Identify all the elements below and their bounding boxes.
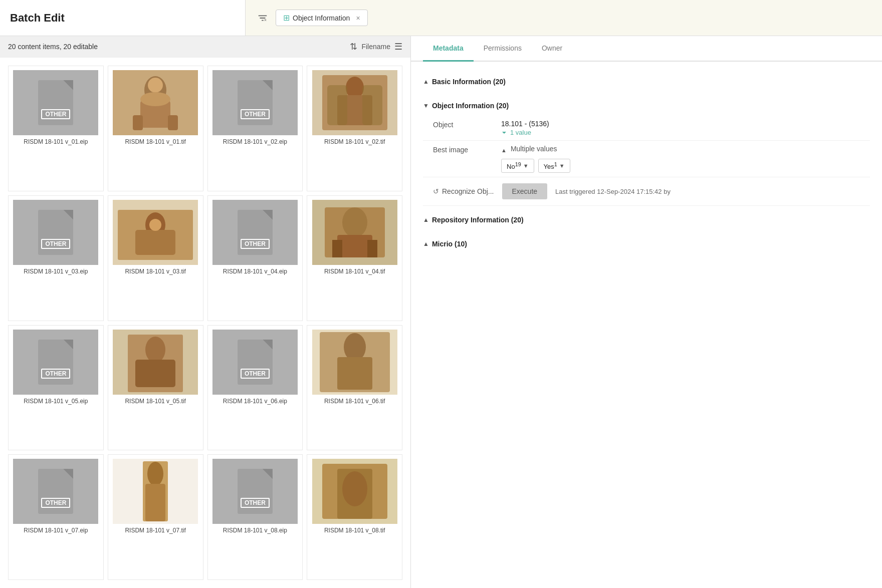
- items-grid: OTHER RISDM 18-101 v_01.eip RISDM 18-101…: [0, 58, 410, 588]
- grid-item[interactable]: OTHER RISDM 18-101 v_05.eip: [8, 325, 104, 451]
- object-info-section-header[interactable]: ▼ Object Information (20): [423, 98, 870, 114]
- grid-item[interactable]: OTHER RISDM 18-101 v_03.eip: [8, 195, 104, 321]
- item-name: RISDM 18-101 v_03.eip: [24, 268, 88, 275]
- list-toolbar: 20 content items, 20 editable ⇅ Filename…: [0, 36, 410, 58]
- grid-item[interactable]: RISDM 18-101 v_04.tif: [307, 195, 402, 321]
- thumbnail-image: [312, 330, 397, 395]
- thumb-wrap: OTHER: [212, 200, 298, 265]
- grid-item[interactable]: OTHER RISDM 18-101 v_06.eip: [207, 325, 303, 451]
- item-name: RISDM 18-101 v_08.eip: [223, 527, 287, 534]
- item-name: RISDM 18-101 v_02.tif: [324, 138, 385, 145]
- other-file-thumb: OTHER: [13, 330, 98, 395]
- thumbnail-image: [113, 200, 198, 265]
- item-name: RISDM 18-101 v_06.tif: [324, 398, 385, 405]
- other-file-thumb: OTHER: [212, 330, 298, 395]
- filter-clear-icon: ×: [257, 13, 268, 24]
- grid-item[interactable]: RISDM 18-101 v_02.tif: [307, 66, 402, 191]
- last-triggered-text: Last triggered 12-Sep-2024 17:15:42 by: [555, 188, 671, 195]
- item-name: RISDM 18-101 v_01.tif: [125, 138, 185, 145]
- item-name: RISDM 18-101 v_08.tif: [324, 527, 385, 534]
- spacer: [423, 92, 870, 98]
- content-row: 20 content items, 20 editable ⇅ Filename…: [0, 36, 882, 588]
- thumb-wrap: [113, 459, 198, 524]
- grid-item[interactable]: OTHER RISDM 18-101 v_02.eip: [207, 66, 303, 191]
- sort-label: Filename: [361, 43, 390, 51]
- thumb-wrap: [312, 70, 397, 135]
- grid-item[interactable]: RISDM 18-101 v_01.tif: [108, 66, 203, 191]
- grid-item[interactable]: RISDM 18-101 v_06.tif: [307, 325, 402, 451]
- item-name: RISDM 18-101 v_07.eip: [24, 527, 88, 534]
- other-file-thumb: OTHER: [13, 70, 98, 135]
- other-text: OTHER: [241, 369, 270, 379]
- layers-icon: ⊞: [283, 13, 290, 23]
- file-doc-icon: OTHER: [38, 80, 73, 125]
- file-doc-icon: OTHER: [38, 210, 73, 255]
- grid-item[interactable]: RISDM 18-101 v_05.tif: [108, 325, 203, 451]
- execute-button[interactable]: Execute: [502, 183, 548, 199]
- item-name: RISDM 18-101 v_05.tif: [125, 398, 185, 405]
- other-text: OTHER: [241, 498, 270, 508]
- file-doc-icon: OTHER: [238, 210, 273, 255]
- filter-clear-button[interactable]: ×: [254, 9, 272, 27]
- thumb-wrap: [312, 200, 397, 265]
- grid-item[interactable]: RISDM 18-101 v_08.tif: [307, 454, 402, 580]
- object-info-caret: ▼: [423, 102, 429, 109]
- grid-item[interactable]: RISDM 18-101 v_03.tif: [108, 195, 203, 321]
- thumb-wrap: OTHER: [212, 70, 298, 135]
- header-row: Batch Edit × ⊞ Object Information ×: [0, 0, 882, 36]
- micrio-caret: ▲: [423, 240, 429, 247]
- grid-item[interactable]: RISDM 18-101 v_07.tif: [108, 454, 203, 580]
- view-toggle-icon[interactable]: ☰: [394, 41, 402, 52]
- undo-icon[interactable]: ↺: [433, 187, 439, 195]
- tabs-area: × ⊞ Object Information ×: [246, 0, 882, 36]
- thumb-wrap: OTHER: [212, 330, 298, 395]
- thumb-wrap: OTHER: [13, 200, 98, 265]
- thumb-wrap: OTHER: [13, 330, 98, 395]
- item-name: RISDM 18-101 v_06.eip: [223, 398, 287, 405]
- repository-info-section-header[interactable]: ▲ Repository Information (20): [423, 212, 870, 228]
- grid-item[interactable]: OTHER RISDM 18-101 v_08.eip: [207, 454, 303, 580]
- item-name: RISDM 18-101 v_04.tif: [324, 268, 385, 275]
- thumb-wrap: [113, 330, 198, 395]
- item-name: RISDM 18-101 v_05.eip: [24, 398, 88, 405]
- micrio-section-header[interactable]: ▲ Micrio (10): [423, 236, 870, 252]
- thumbnail-image: [113, 70, 198, 135]
- yes-badge-button[interactable]: Yes1 ▼: [538, 159, 570, 173]
- tab-metadata[interactable]: Metadata: [423, 36, 474, 62]
- object-field-row: Object 18.101 - (5136) 1 value: [423, 116, 870, 141]
- tab-permissions[interactable]: Permissions: [474, 36, 532, 62]
- recognize-row: ↺ Recognize Obj... Execute Last triggere…: [423, 177, 870, 206]
- best-image-caret[interactable]: ▲: [501, 147, 507, 153]
- object-field-sub[interactable]: 1 value: [501, 129, 870, 136]
- thumbnail-image: [113, 330, 198, 395]
- other-text: OTHER: [241, 239, 270, 249]
- no-badge-text: No19: [507, 161, 521, 170]
- tab-owner[interactable]: Owner: [532, 36, 572, 62]
- app-layout: Batch Edit × ⊞ Object Information × 20 c…: [0, 0, 882, 588]
- no-badge-button[interactable]: No19 ▼: [501, 159, 534, 173]
- grid-item[interactable]: OTHER RISDM 18-101 v_07.eip: [8, 454, 104, 580]
- other-text: OTHER: [41, 498, 70, 508]
- other-text: OTHER: [41, 239, 70, 249]
- best-image-field-row: Best image ▲ Multiple values No19 ▼: [423, 141, 870, 177]
- thumbnail-image: [113, 459, 198, 524]
- yes-dropdown-arrow: ▼: [559, 163, 565, 169]
- object-value-count: 1 value: [510, 129, 531, 136]
- repository-info-caret: ▲: [423, 216, 429, 223]
- tab-label: Object Information: [293, 14, 350, 22]
- tab-close-button[interactable]: ×: [356, 14, 360, 22]
- grid-item[interactable]: OTHER RISDM 18-101 v_04.eip: [207, 195, 303, 321]
- file-doc-icon: OTHER: [38, 469, 73, 514]
- item-name: RISDM 18-101 v_03.tif: [125, 268, 185, 275]
- thumb-wrap: [312, 330, 397, 395]
- object-information-tab[interactable]: ⊞ Object Information ×: [276, 10, 368, 26]
- basic-info-section-header[interactable]: ▲ Basic Information (20): [423, 74, 870, 90]
- yes-badge-text: Yes1: [544, 161, 557, 170]
- grid-item[interactable]: OTHER RISDM 18-101 v_01.eip: [8, 66, 104, 191]
- sort-icon[interactable]: ⇅: [350, 41, 357, 52]
- file-doc-icon: OTHER: [38, 340, 73, 385]
- item-name: RISDM 18-101 v_04.eip: [223, 268, 287, 275]
- object-info-title: Object Information (20): [432, 102, 509, 110]
- other-file-thumb: OTHER: [212, 70, 298, 135]
- other-text: OTHER: [241, 109, 270, 119]
